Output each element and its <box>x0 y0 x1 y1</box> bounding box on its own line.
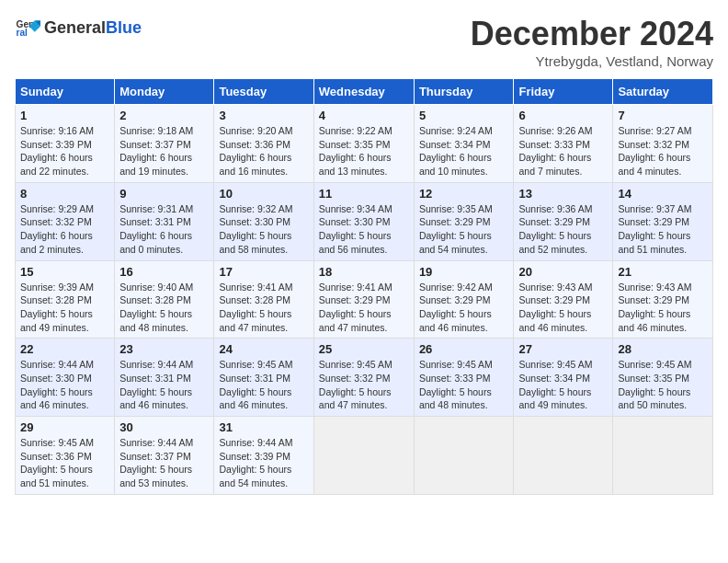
day-number: 10 <box>219 187 308 201</box>
day-number: 29 <box>20 420 109 434</box>
calendar-cell: 2Sunrise: 9:18 AMSunset: 3:37 PMDaylight… <box>115 105 214 183</box>
day-info: Sunrise: 9:37 AMSunset: 3:29 PMDaylight:… <box>618 202 708 257</box>
day-number: 11 <box>319 187 409 201</box>
calendar-cell: 27Sunrise: 9:45 AMSunset: 3:34 PMDayligh… <box>514 339 613 417</box>
calendar-cell <box>414 417 514 495</box>
calendar-week-row: 1Sunrise: 9:16 AMSunset: 3:39 PMDaylight… <box>16 105 713 183</box>
weekday-header-cell: Saturday <box>613 79 713 105</box>
day-info: Sunrise: 9:45 AMSunset: 3:31 PMDaylight:… <box>219 358 308 412</box>
logo-text-blue: Blue <box>106 18 142 38</box>
calendar-cell: 19Sunrise: 9:42 AMSunset: 3:29 PMDayligh… <box>414 260 514 339</box>
day-info: Sunrise: 9:27 AMSunset: 3:32 PMDaylight:… <box>618 124 708 178</box>
calendar-cell: 22Sunrise: 9:44 AMSunset: 3:30 PMDayligh… <box>16 339 115 417</box>
day-number: 9 <box>119 187 209 201</box>
calendar-cell: 21Sunrise: 9:43 AMSunset: 3:29 PMDayligh… <box>613 260 713 339</box>
day-info: Sunrise: 9:26 AMSunset: 3:33 PMDaylight:… <box>518 124 608 178</box>
calendar-cell: 4Sunrise: 9:22 AMSunset: 3:35 PMDaylight… <box>313 105 414 183</box>
calendar-week-row: 15Sunrise: 9:39 AMSunset: 3:28 PMDayligh… <box>16 260 713 339</box>
day-number: 22 <box>20 342 109 356</box>
day-info: Sunrise: 9:45 AMSunset: 3:33 PMDaylight:… <box>419 358 509 412</box>
calendar-cell: 30Sunrise: 9:44 AMSunset: 3:37 PMDayligh… <box>115 417 214 495</box>
weekday-header-cell: Sunday <box>16 79 115 105</box>
weekday-header-cell: Friday <box>514 79 613 105</box>
day-number: 6 <box>518 109 608 122</box>
day-info: Sunrise: 9:44 AMSunset: 3:31 PMDaylight:… <box>119 358 209 412</box>
calendar-cell <box>313 417 414 495</box>
calendar-cell <box>613 417 713 495</box>
month-title: December 2024 <box>471 15 713 53</box>
day-number: 31 <box>219 420 308 434</box>
day-info: Sunrise: 9:34 AMSunset: 3:30 PMDaylight:… <box>319 202 409 257</box>
day-info: Sunrise: 9:44 AMSunset: 3:37 PMDaylight:… <box>119 436 209 490</box>
day-number: 1 <box>20 109 109 122</box>
calendar-cell: 31Sunrise: 9:44 AMSunset: 3:39 PMDayligh… <box>214 417 313 495</box>
day-info: Sunrise: 9:40 AMSunset: 3:28 PMDaylight:… <box>119 281 209 335</box>
day-number: 20 <box>518 265 608 279</box>
day-info: Sunrise: 9:43 AMSunset: 3:29 PMDaylight:… <box>518 281 608 335</box>
calendar-cell: 14Sunrise: 9:37 AMSunset: 3:29 PMDayligh… <box>613 182 713 260</box>
calendar-week-row: 22Sunrise: 9:44 AMSunset: 3:30 PMDayligh… <box>16 339 713 417</box>
location-subtitle: Ytrebygda, Vestland, Norway <box>471 53 713 69</box>
day-number: 4 <box>319 109 409 122</box>
day-info: Sunrise: 9:42 AMSunset: 3:29 PMDaylight:… <box>419 281 509 335</box>
calendar-cell: 5Sunrise: 9:24 AMSunset: 3:34 PMDaylight… <box>414 105 514 183</box>
day-info: Sunrise: 9:36 AMSunset: 3:29 PMDaylight:… <box>518 202 608 257</box>
day-info: Sunrise: 9:24 AMSunset: 3:34 PMDaylight:… <box>419 124 509 178</box>
calendar-cell: 23Sunrise: 9:44 AMSunset: 3:31 PMDayligh… <box>115 339 214 417</box>
day-number: 19 <box>419 265 509 279</box>
calendar-cell: 9Sunrise: 9:31 AMSunset: 3:31 PMDaylight… <box>115 182 214 260</box>
day-number: 14 <box>618 187 708 201</box>
calendar-cell: 8Sunrise: 9:29 AMSunset: 3:32 PMDaylight… <box>16 182 115 260</box>
title-area: December 2024 Ytrebygda, Vestland, Norwa… <box>471 15 713 69</box>
day-number: 15 <box>20 265 109 279</box>
day-number: 27 <box>518 342 608 356</box>
day-number: 5 <box>419 109 509 122</box>
day-number: 21 <box>618 265 708 279</box>
calendar-cell: 24Sunrise: 9:45 AMSunset: 3:31 PMDayligh… <box>214 339 313 417</box>
weekday-header-cell: Thursday <box>414 79 514 105</box>
day-info: Sunrise: 9:20 AMSunset: 3:36 PMDaylight:… <box>219 124 308 178</box>
calendar-cell: 29Sunrise: 9:45 AMSunset: 3:36 PMDayligh… <box>16 417 115 495</box>
calendar-cell: 13Sunrise: 9:36 AMSunset: 3:29 PMDayligh… <box>514 182 613 260</box>
day-info: Sunrise: 9:45 AMSunset: 3:35 PMDaylight:… <box>618 358 708 412</box>
calendar-cell: 25Sunrise: 9:45 AMSunset: 3:32 PMDayligh… <box>313 339 414 417</box>
day-info: Sunrise: 9:31 AMSunset: 3:31 PMDaylight:… <box>119 202 209 257</box>
day-info: Sunrise: 9:45 AMSunset: 3:36 PMDaylight:… <box>20 436 109 490</box>
day-info: Sunrise: 9:44 AMSunset: 3:39 PMDaylight:… <box>219 436 308 490</box>
calendar-table: SundayMondayTuesdayWednesdayThursdayFrid… <box>15 78 713 495</box>
weekday-header-row: SundayMondayTuesdayWednesdayThursdayFrid… <box>16 79 713 105</box>
calendar-cell: 26Sunrise: 9:45 AMSunset: 3:33 PMDayligh… <box>414 339 514 417</box>
calendar-cell: 3Sunrise: 9:20 AMSunset: 3:36 PMDaylight… <box>214 105 313 183</box>
day-number: 26 <box>419 342 509 356</box>
day-info: Sunrise: 9:45 AMSunset: 3:34 PMDaylight:… <box>518 358 608 412</box>
day-number: 16 <box>119 265 209 279</box>
calendar-cell: 10Sunrise: 9:32 AMSunset: 3:30 PMDayligh… <box>214 182 313 260</box>
day-number: 25 <box>319 342 409 356</box>
calendar-cell: 17Sunrise: 9:41 AMSunset: 3:28 PMDayligh… <box>214 260 313 339</box>
calendar-cell <box>514 417 613 495</box>
day-number: 7 <box>618 109 708 122</box>
calendar-cell: 20Sunrise: 9:43 AMSunset: 3:29 PMDayligh… <box>514 260 613 339</box>
day-number: 13 <box>518 187 608 201</box>
day-number: 3 <box>219 109 308 122</box>
calendar-cell: 6Sunrise: 9:26 AMSunset: 3:33 PMDaylight… <box>514 105 613 183</box>
day-info: Sunrise: 9:22 AMSunset: 3:35 PMDaylight:… <box>319 124 409 178</box>
day-number: 17 <box>219 265 308 279</box>
weekday-header-cell: Wednesday <box>313 79 414 105</box>
day-info: Sunrise: 9:43 AMSunset: 3:29 PMDaylight:… <box>618 281 708 335</box>
calendar-cell: 7Sunrise: 9:27 AMSunset: 3:32 PMDaylight… <box>613 105 713 183</box>
day-info: Sunrise: 9:29 AMSunset: 3:32 PMDaylight:… <box>20 202 109 257</box>
day-number: 30 <box>119 420 209 434</box>
day-info: Sunrise: 9:45 AMSunset: 3:32 PMDaylight:… <box>319 358 409 412</box>
day-info: Sunrise: 9:32 AMSunset: 3:30 PMDaylight:… <box>219 202 308 257</box>
logo-icon: Gene ral <box>15 15 40 40</box>
calendar-cell: 16Sunrise: 9:40 AMSunset: 3:28 PMDayligh… <box>115 260 214 339</box>
day-info: Sunrise: 9:44 AMSunset: 3:30 PMDaylight:… <box>20 358 109 412</box>
day-number: 23 <box>119 342 209 356</box>
logo: Gene ral GeneralBlue <box>15 15 142 40</box>
svg-text:ral: ral <box>17 28 28 38</box>
day-info: Sunrise: 9:39 AMSunset: 3:28 PMDaylight:… <box>20 281 109 335</box>
calendar-week-row: 8Sunrise: 9:29 AMSunset: 3:32 PMDaylight… <box>16 182 713 260</box>
day-number: 8 <box>20 187 109 201</box>
day-number: 2 <box>119 109 209 122</box>
